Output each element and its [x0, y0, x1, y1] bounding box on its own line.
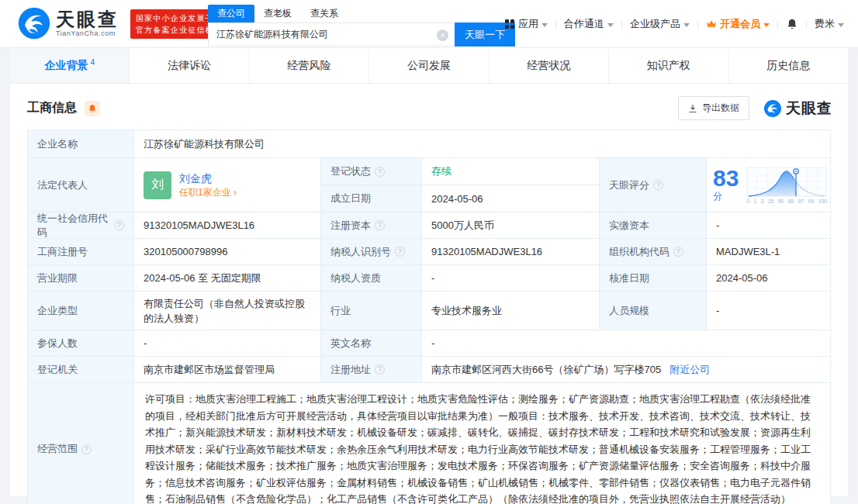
chevron-down-icon	[763, 23, 770, 27]
tab-intellectual-property[interactable]: 知识产权	[609, 48, 728, 83]
field-label: 纳税人识别号	[321, 239, 422, 265]
help-icon[interactable]	[375, 220, 385, 230]
company-name-value: 江苏徐矿能源科技有限公司	[134, 130, 831, 158]
nav-user[interactable]: 费米	[807, 17, 852, 31]
tab-label: 企业背景	[44, 59, 88, 73]
search-tabs: 查公司 查老板 查关系	[208, 4, 515, 22]
tab-label: 法律诉讼	[168, 59, 211, 73]
chevron-down-icon	[838, 23, 844, 27]
field-label: 参保人数	[28, 330, 134, 357]
reg-status-value: 存续	[422, 158, 600, 185]
est-date-value: 2024-05-06	[422, 185, 600, 212]
field-label: 人员规模	[600, 292, 707, 330]
help-icon[interactable]	[375, 167, 385, 177]
tab-count-badge: 4	[90, 58, 95, 67]
search-tab-company[interactable]: 查公司	[208, 5, 254, 22]
score-cell[interactable]: 83分	[707, 158, 831, 212]
insured-count-value: -	[134, 330, 321, 357]
nearby-companies-link[interactable]: 附近公司	[669, 363, 710, 377]
field-label: 登记状态	[321, 158, 422, 185]
nav-partner[interactable]: 合作通道	[556, 17, 621, 31]
tab-operating-status[interactable]: 经营状况	[490, 48, 609, 83]
search-input-wrap	[208, 22, 455, 47]
search-tab-relation[interactable]: 查关系	[301, 5, 348, 22]
logo-text: 天眼查 TianYanCha.com	[56, 9, 119, 37]
tab-history-info[interactable]: 历史信息	[729, 48, 848, 83]
industry-value: 专业技术服务业	[422, 292, 600, 330]
tab-operation-risk[interactable]: 经营风险	[250, 48, 369, 83]
score-distribution-chart: 013 155085 9799100	[746, 167, 827, 204]
score-value: 83	[713, 165, 739, 191]
legal-rep-link[interactable]: 刘金虎	[179, 172, 212, 185]
apps-grid-icon	[504, 19, 515, 29]
nav-notifications[interactable]	[778, 18, 806, 30]
approval-date-value: 2024-05-06	[707, 265, 831, 292]
top-header: 天眼查 TianYanCha.com 国家中小企业发展子基金旗下 官方备案企业征…	[0, 0, 858, 48]
taxpayer-id-value: 91320105MADJWE3L16	[422, 239, 600, 265]
tab-company-background[interactable]: 企业背景 4	[10, 48, 130, 83]
taxpayer-quality-value: -	[422, 265, 600, 292]
tianyancha-logo-icon	[17, 6, 51, 40]
business-scope-value: 许可项目：地质灾害治理工程施工；地质灾害治理工程设计；地质灾害危险性评估；测绘服…	[134, 383, 831, 504]
field-label: 核准日期	[600, 265, 707, 292]
field-label: 组织机构代码	[600, 239, 707, 265]
bell-icon	[786, 18, 798, 30]
monitor-bell-icon[interactable]	[85, 101, 100, 116]
nav-apps-label: 应用	[518, 17, 538, 31]
tab-label: 知识产权	[647, 59, 690, 73]
help-icon[interactable]	[673, 247, 683, 257]
nav-user-label: 费米	[815, 17, 835, 31]
logo-title: 天眼查	[56, 9, 119, 29]
help-icon[interactable]	[375, 364, 385, 375]
nav-apps[interactable]: 应用	[496, 17, 555, 31]
tab-label: 历史信息	[766, 59, 810, 73]
tab-label: 经营风险	[288, 59, 331, 73]
field-label: 注册资本	[321, 212, 422, 239]
tab-company-development[interactable]: 公司发展	[369, 48, 489, 83]
reg-address-value: 南京市建邺区河西大街66号（徐矿广场）写字楼705 附近公司	[422, 357, 831, 383]
field-label: 行业	[321, 292, 422, 330]
help-icon[interactable]	[395, 247, 405, 257]
score-unit: 分	[713, 191, 722, 202]
company-section-tabs: 企业背景 4 法律诉讼 经营风险 公司发展 经营状况 知识产权 历史信息	[10, 48, 848, 84]
nav-vip[interactable]: 开通会员	[698, 17, 777, 31]
reg-authority-value: 南京市建邺区市场监督管理局	[134, 357, 321, 383]
help-icon[interactable]	[81, 444, 92, 454]
avatar[interactable]: 刘	[144, 171, 171, 199]
credit-code-value: 91320105MADJWE3L16	[134, 212, 321, 239]
org-code-value: MADJWE3L-1	[707, 239, 831, 265]
search-area: 查公司 查老板 查关系 天眼一下	[208, 4, 515, 47]
company-type-value: 有限责任公司（非自然人投资或控股的法人独资）	[134, 292, 321, 330]
business-info-table: 企业名称 江苏徐矿能源科技有限公司 法定代表人 刘 刘金虎 任职1家企业 登记状…	[27, 129, 831, 504]
section-title: 工商信息	[27, 100, 77, 116]
paid-capital-value: -	[707, 212, 831, 239]
field-label: 登记机关	[28, 357, 134, 383]
rep-positions-link[interactable]: 任职1家企业	[179, 187, 237, 198]
tab-legal-lawsuit[interactable]: 法律诉讼	[130, 48, 249, 83]
field-label: 纳税人资质	[321, 265, 422, 292]
reg-number-value: 320105000798996	[134, 239, 321, 265]
search-input[interactable]	[209, 23, 455, 46]
watermark-brand: 天眼查	[763, 98, 832, 119]
field-label: 企业名称	[28, 130, 134, 158]
search-tab-boss[interactable]: 查老板	[254, 5, 301, 22]
chevron-down-icon	[683, 23, 690, 27]
help-icon[interactable]	[114, 220, 124, 230]
top-nav: 应用 合作通道 企业级产品 开通会员	[496, 17, 852, 31]
staff-size-value: -	[707, 292, 831, 330]
tab-label: 经营状况	[527, 59, 570, 73]
export-data-button[interactable]: 导出数据	[678, 96, 749, 120]
help-icon[interactable]	[653, 180, 663, 190]
field-label: 工商注册号	[28, 239, 134, 265]
english-name-value: -	[422, 330, 831, 357]
field-label: 法定代表人	[28, 158, 134, 212]
export-label: 导出数据	[702, 102, 739, 115]
clear-icon[interactable]	[437, 29, 448, 41]
tianyancha-logo[interactable]: 天眼查 TianYanCha.com	[17, 6, 119, 40]
download-icon	[688, 104, 697, 113]
nav-enterprise[interactable]: 企业级产品	[622, 17, 697, 31]
nav-vip-label: 开通会员	[720, 17, 760, 31]
nav-partner-label: 合作通道	[564, 17, 604, 31]
main-container: 企业背景 4 法律诉讼 经营风险 公司发展 经营状况 知识产权 历史信息 工商信…	[9, 48, 849, 496]
chevron-down-icon	[607, 23, 614, 27]
